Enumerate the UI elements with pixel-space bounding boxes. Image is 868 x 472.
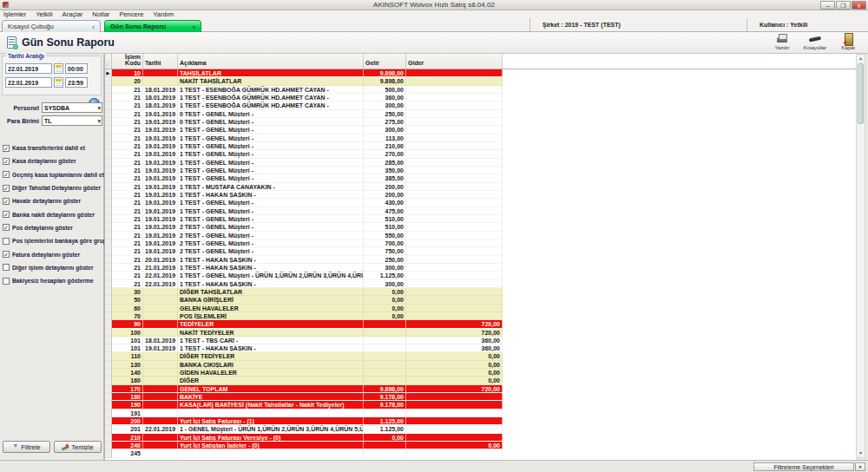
table-row[interactable]: 170GENEL TOPLAM9.898,00720,00: [105, 385, 857, 393]
temizle-button[interactable]: Temizle: [54, 441, 102, 453]
table-row[interactable]: 2119.01.20192 TEST - GENEL Müşteri -750,…: [105, 247, 857, 255]
checkbox-checked-icon[interactable]: ✓: [3, 171, 10, 178]
menu-item[interactable]: Yetkili: [36, 10, 52, 18]
filter-checkbox-item[interactable]: ✓Diğer Tahsilat Detaylarını göster: [3, 181, 103, 194]
column-header-tarihi[interactable]: Tarihi: [143, 54, 178, 69]
checkbox-unchecked-icon[interactable]: [3, 238, 10, 245]
column-header-gider[interactable]: Gider: [406, 54, 503, 69]
table-row[interactable]: 2118.01.20191 TEST - ESENBOĞA GÜMRÜK HD.…: [105, 86, 857, 94]
minimize-button[interactable]: –: [820, 1, 835, 10]
table-row[interactable]: 10118.01.20191 TEST - TBS CARİ -360,00: [105, 337, 857, 344]
table-row[interactable]: 2119.01.20191 TEST - GENEL Müşteri -300,…: [105, 126, 857, 134]
yazdır-button[interactable]: Yazdır: [769, 33, 795, 53]
filter-checkbox-item[interactable]: ✓Pos detaylarını göster: [3, 221, 103, 234]
table-row[interactable]: 2119.01.20191 TEST - GENEL Müşteri -270,…: [105, 150, 857, 158]
table-row[interactable]: 2119.01.20191 TEST - MUSTAFA CANAYAKIN -…: [105, 183, 857, 191]
table-row[interactable]: 2122.01.20191 TEST - HAKAN ŞAŞKIN -300,0…: [105, 280, 857, 288]
currency-select[interactable]: TL: [42, 115, 102, 126]
checkbox-unchecked-icon[interactable]: [3, 264, 10, 271]
filter-checkbox-item[interactable]: ✓Banka nakit detaylarını göster: [3, 207, 103, 220]
table-row[interactable]: 2119.01.20190 TEST - GENEL Müşteri -275,…: [105, 118, 857, 126]
time-from-input[interactable]: 00:00: [65, 63, 88, 74]
table-row[interactable]: 160DİĞER0,00: [105, 377, 857, 384]
table-row[interactable]: 20122.01.20191 - GENEL Müşteri - ÜRÜN 1,…: [105, 425, 857, 433]
table-row[interactable]: 2119.01.20192 TEST - GENEL Müşteri -550,…: [105, 232, 857, 239]
filter-checkbox-item[interactable]: Pos işlemlerini bankaya göre grupla: [3, 234, 103, 247]
table-row[interactable]: 2120.01.20191 TEST - HAKAN ŞAŞKIN -250,0…: [105, 256, 857, 264]
table-row[interactable]: 180BAKİYE9.178,00: [105, 393, 857, 401]
scroll-down-icon[interactable]: ▼: [857, 449, 865, 457]
table-row[interactable]: 210Yurt İçi Satış Faturası Veresiye - (0…: [105, 434, 857, 442]
filter-checkbox-item[interactable]: ✓Havale detaylarını göster: [3, 194, 103, 207]
table-row[interactable]: 110DİĞER TEDİYELER0,00: [105, 352, 857, 360]
table-row[interactable]: 191: [105, 410, 857, 417]
close-button[interactable]: x: [852, 1, 866, 10]
table-row[interactable]: 2119.01.20192 TEST - GENEL Müşteri -510,…: [105, 223, 857, 231]
filter-checkbox-item[interactable]: Diğer işlem detaylarını göster: [3, 261, 103, 274]
vertical-scrollbar[interactable]: ▲ ▼: [856, 54, 865, 458]
personel-select[interactable]: SYSDBA: [42, 102, 102, 113]
table-row[interactable]: 100NAKİT TEDİYELER720,00: [105, 329, 857, 337]
column-header-islem-kodu[interactable]: İşlem Kodu: [112, 54, 143, 69]
table-row[interactable]: 240Yurt İçi Satıştan İadeler - (0)0,00: [105, 442, 857, 449]
table-row[interactable]: 60GELEN HAVALELER0,00: [105, 305, 857, 312]
date-to-input[interactable]: 22.01.2019: [5, 77, 52, 88]
menu-item[interactable]: İşlemler: [3, 10, 26, 18]
checkbox-checked-icon[interactable]: ✓: [3, 198, 10, 205]
table-row[interactable]: 30DİĞER TAHSİLATLAR0,00: [105, 288, 857, 296]
date-from-input[interactable]: 22.01.2019: [5, 63, 52, 74]
table-row[interactable]: 50BANKA GİRİŞLERİ0,00: [105, 296, 857, 304]
tab-close-icon[interactable]: x: [193, 24, 195, 30]
table-row[interactable]: 2119.01.20191 TEST - GENEL Müşteri -113,…: [105, 134, 857, 142]
table-row[interactable]: 2119.01.20191 TEST - GENEL Müşteri -385,…: [105, 174, 857, 182]
checkbox-checked-icon[interactable]: ✓: [3, 211, 10, 218]
table-row[interactable]: 20NAKİT TAHSİLATLAR9.898,00: [105, 77, 857, 85]
table-row[interactable]: 90TEDİYELER720,00: [105, 320, 857, 328]
tab-kisayol-cubugu[interactable]: Kısayol Çubuğu x: [2, 20, 101, 32]
table-row[interactable]: 10119.01.20191 TEST - HAKAN ŞAŞKIN -360,…: [105, 344, 857, 352]
table-row[interactable]: 2122.01.20191 TEST - GENEL Müşteri - ÜRÜ…: [105, 272, 857, 279]
filter-checkbox-item[interactable]: ✓Fatura detaylarını göster: [3, 247, 103, 260]
checkbox-unchecked-icon[interactable]: [3, 278, 10, 285]
menu-item[interactable]: Pencere: [119, 10, 143, 18]
filter-checkbox-item[interactable]: ✓Kasa transferlerini dahil et: [3, 141, 103, 154]
menu-item[interactable]: Yardım: [153, 10, 174, 18]
table-row[interactable]: 2119.01.20191 TEST - GENEL Müşteri -510,…: [105, 215, 857, 223]
table-row[interactable]: 200Yurt İçi Satış Faturası - (1)1.125,00: [105, 417, 857, 425]
table-row[interactable]: 2119.01.20191 TEST - GENEL Müşteri -350,…: [105, 167, 857, 174]
table-row[interactable]: 2119.01.20191 TEST - GENEL Müşteri -210,…: [105, 142, 857, 150]
chevron-down-icon[interactable]: ▼: [855, 462, 865, 471]
filtrele-button[interactable]: Filtrele: [3, 441, 50, 453]
table-row[interactable]: 190KASA(LAR) BAKİYESİ (Nakit Tahsilatlar…: [105, 401, 857, 409]
checkbox-checked-icon[interactable]: ✓: [3, 185, 10, 192]
checkbox-checked-icon[interactable]: ✓: [3, 251, 10, 258]
table-row[interactable]: ▶10TAHSİLATLAR9.898,00: [105, 69, 857, 77]
column-header-aciklama[interactable]: Açıklama: [178, 54, 364, 69]
table-row[interactable]: 2121.01.20191 TEST - HAKAN ŞAŞKIN -300,0…: [105, 264, 857, 272]
filtreleme-secenekleri-button[interactable]: Filtreleme Seçenekleri: [753, 462, 854, 471]
table-row[interactable]: 140GİDEN HAVALELER0,00: [105, 369, 857, 377]
menu-item[interactable]: Araçlar: [62, 10, 83, 18]
table-row[interactable]: 2119.01.20190 TEST - GENEL Müşteri -250,…: [105, 110, 857, 118]
filter-checkbox-item[interactable]: Bakiyesiz hesapları gösterme: [3, 274, 103, 287]
scrollbar-thumb[interactable]: [858, 63, 864, 124]
maximize-button[interactable]: ❐: [836, 1, 851, 10]
tab-close-icon[interactable]: x: [92, 24, 95, 30]
table-row[interactable]: 2119.01.20192 TEST - GENEL Müşteri -700,…: [105, 239, 857, 247]
table-row[interactable]: 2119.01.20191 TEST - GENEL Müşteri -475,…: [105, 207, 857, 215]
checkbox-checked-icon[interactable]: ✓: [3, 158, 10, 165]
column-header-gelir[interactable]: Gelir: [364, 54, 406, 69]
table-row[interactable]: 245: [105, 449, 857, 457]
scroll-up-icon[interactable]: ▲: [857, 55, 865, 62]
kısayollar-button[interactable]: Kısayollar: [802, 33, 828, 53]
table-row[interactable]: 70POS İŞLEMLERİ0,00: [105, 312, 857, 320]
table-row[interactable]: 2118.01.20191 TEST - ESENBOĞA GÜMRÜK HD.…: [105, 102, 857, 109]
time-to-input[interactable]: 23:59: [65, 77, 88, 88]
checkbox-checked-icon[interactable]: ✓: [3, 224, 10, 231]
table-row[interactable]: 2118.01.20191 TEST - ESENBOĞA GÜMRÜK HD.…: [105, 94, 857, 102]
table-row[interactable]: 2119.01.20191 TEST - GENEL Müşteri -285,…: [105, 159, 857, 167]
filter-checkbox-item[interactable]: ✓Geçmiş kasa toplamlarını dahil et: [3, 168, 103, 181]
tab-gun-sonu-raporu[interactable]: Gün Sonu Raporu x: [104, 20, 201, 32]
table-row[interactable]: 2119.01.20191 TEST - GENEL Müşteri -430,…: [105, 199, 857, 206]
kapat-button[interactable]: Kapat: [835, 33, 861, 53]
